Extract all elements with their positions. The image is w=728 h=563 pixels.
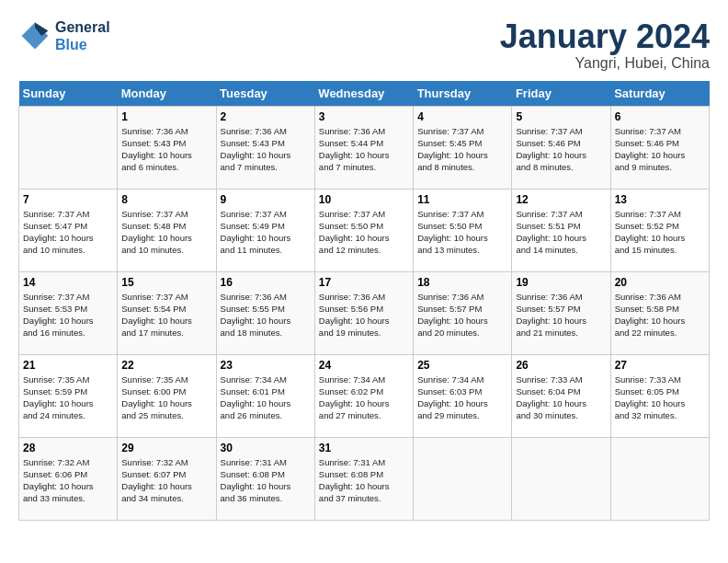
day-number: 31 <box>319 442 409 454</box>
day-number: 2 <box>221 110 311 123</box>
calendar-week-1: 1Sunrise: 7:36 AM Sunset: 5:43 PM Daylig… <box>19 106 710 189</box>
day-number: 30 <box>221 442 311 454</box>
day-info: Sunrise: 7:33 AM Sunset: 6:05 PM Dayligh… <box>615 373 705 422</box>
calendar-cell: 14Sunrise: 7:37 AM Sunset: 5:53 PM Dayli… <box>19 271 118 354</box>
calendar-cell: 9Sunrise: 7:37 AM Sunset: 5:49 PM Daylig… <box>216 189 314 271</box>
day-info: Sunrise: 7:34 AM Sunset: 6:01 PM Dayligh… <box>221 373 311 422</box>
day-info: Sunrise: 7:37 AM Sunset: 5:47 PM Dayligh… <box>23 208 113 257</box>
calendar-cell: 7Sunrise: 7:37 AM Sunset: 5:47 PM Daylig… <box>19 189 118 271</box>
calendar-cell: 16Sunrise: 7:36 AM Sunset: 5:55 PM Dayli… <box>216 271 314 354</box>
weekday-header-monday: Monday <box>118 81 216 107</box>
day-number: 29 <box>121 442 211 454</box>
logo: General Blue <box>18 18 110 53</box>
day-info: Sunrise: 7:36 AM Sunset: 5:55 PM Dayligh… <box>221 291 311 339</box>
calendar-cell: 30Sunrise: 7:31 AM Sunset: 6:08 PM Dayli… <box>216 437 314 520</box>
day-info: Sunrise: 7:34 AM Sunset: 6:03 PM Dayligh… <box>417 373 507 422</box>
calendar-cell: 29Sunrise: 7:32 AM Sunset: 6:07 PM Dayli… <box>118 437 216 520</box>
weekday-header-tuesday: Tuesday <box>216 81 314 107</box>
day-number: 19 <box>516 276 606 289</box>
calendar-table: SundayMondayTuesdayWednesdayThursdayFrid… <box>18 81 710 521</box>
day-info: Sunrise: 7:36 AM Sunset: 5:57 PM Dayligh… <box>516 291 606 339</box>
calendar-cell: 3Sunrise: 7:36 AM Sunset: 5:44 PM Daylig… <box>314 106 413 189</box>
day-info: Sunrise: 7:37 AM Sunset: 5:53 PM Dayligh… <box>23 291 113 339</box>
day-info: Sunrise: 7:37 AM Sunset: 5:46 PM Dayligh… <box>615 125 705 174</box>
day-info: Sunrise: 7:35 AM Sunset: 6:00 PM Dayligh… <box>121 373 211 422</box>
day-number: 21 <box>23 359 113 372</box>
day-info: Sunrise: 7:32 AM Sunset: 6:06 PM Dayligh… <box>23 456 113 505</box>
weekday-header-friday: Friday <box>512 81 610 107</box>
weekday-header-sunday: Sunday <box>19 81 118 107</box>
day-number: 10 <box>319 193 409 206</box>
calendar-cell: 26Sunrise: 7:33 AM Sunset: 6:04 PM Dayli… <box>512 354 610 437</box>
day-info: Sunrise: 7:36 AM Sunset: 5:56 PM Dayligh… <box>319 291 409 339</box>
day-info: Sunrise: 7:31 AM Sunset: 6:08 PM Dayligh… <box>221 456 311 505</box>
calendar-cell: 8Sunrise: 7:37 AM Sunset: 5:48 PM Daylig… <box>118 189 216 271</box>
page-header: General Blue January 2024 Yangri, Hubei,… <box>18 18 710 72</box>
day-info: Sunrise: 7:36 AM Sunset: 5:57 PM Dayligh… <box>417 291 507 339</box>
day-info: Sunrise: 7:31 AM Sunset: 6:08 PM Dayligh… <box>319 456 409 505</box>
day-info: Sunrise: 7:37 AM Sunset: 5:49 PM Dayligh… <box>221 208 311 257</box>
day-info: Sunrise: 7:36 AM Sunset: 5:43 PM Dayligh… <box>221 125 311 174</box>
location-subtitle: Yangri, Hubei, China <box>500 55 710 72</box>
calendar-week-3: 14Sunrise: 7:37 AM Sunset: 5:53 PM Dayli… <box>19 271 710 354</box>
weekday-header-wednesday: Wednesday <box>314 81 413 107</box>
day-info: Sunrise: 7:34 AM Sunset: 6:02 PM Dayligh… <box>319 373 409 422</box>
day-number: 25 <box>417 359 507 372</box>
day-info: Sunrise: 7:37 AM Sunset: 5:50 PM Dayligh… <box>319 208 409 257</box>
day-number: 11 <box>417 193 507 206</box>
day-number: 23 <box>221 359 311 372</box>
day-number: 12 <box>516 193 606 206</box>
day-number: 26 <box>516 359 606 372</box>
calendar-cell: 19Sunrise: 7:36 AM Sunset: 5:57 PM Dayli… <box>512 271 610 354</box>
calendar-cell: 10Sunrise: 7:37 AM Sunset: 5:50 PM Dayli… <box>314 189 413 271</box>
calendar-cell: 1Sunrise: 7:36 AM Sunset: 5:43 PM Daylig… <box>118 106 216 189</box>
calendar-cell: 15Sunrise: 7:37 AM Sunset: 5:54 PM Dayli… <box>118 271 216 354</box>
calendar-cell: 20Sunrise: 7:36 AM Sunset: 5:58 PM Dayli… <box>610 271 709 354</box>
day-info: Sunrise: 7:37 AM Sunset: 5:50 PM Dayligh… <box>417 208 507 257</box>
weekday-header-row: SundayMondayTuesdayWednesdayThursdayFrid… <box>19 81 710 107</box>
day-number: 1 <box>121 110 211 123</box>
logo-icon <box>18 19 51 52</box>
day-number: 27 <box>615 359 705 372</box>
day-info: Sunrise: 7:32 AM Sunset: 6:07 PM Dayligh… <box>121 456 211 505</box>
calendar-cell <box>610 437 709 520</box>
calendar-cell: 28Sunrise: 7:32 AM Sunset: 6:06 PM Dayli… <box>19 437 118 520</box>
day-number: 24 <box>319 359 409 372</box>
weekday-header-thursday: Thursday <box>414 81 512 107</box>
calendar-cell: 25Sunrise: 7:34 AM Sunset: 6:03 PM Dayli… <box>414 354 512 437</box>
title-block: January 2024 Yangri, Hubei, China <box>500 18 710 72</box>
calendar-cell: 24Sunrise: 7:34 AM Sunset: 6:02 PM Dayli… <box>314 354 413 437</box>
day-number: 4 <box>417 110 507 123</box>
calendar-cell: 2Sunrise: 7:36 AM Sunset: 5:43 PM Daylig… <box>216 106 314 189</box>
day-number: 28 <box>23 442 113 454</box>
calendar-cell <box>19 106 118 189</box>
calendar-cell: 23Sunrise: 7:34 AM Sunset: 6:01 PM Dayli… <box>216 354 314 437</box>
logo-text-line2: Blue <box>55 36 110 53</box>
calendar-cell <box>512 437 610 520</box>
day-number: 9 <box>221 193 311 206</box>
day-info: Sunrise: 7:37 AM Sunset: 5:48 PM Dayligh… <box>121 208 211 257</box>
day-info: Sunrise: 7:37 AM Sunset: 5:52 PM Dayligh… <box>615 208 705 257</box>
day-number: 22 <box>121 359 211 372</box>
calendar-cell: 5Sunrise: 7:37 AM Sunset: 5:46 PM Daylig… <box>512 106 610 189</box>
calendar-cell: 11Sunrise: 7:37 AM Sunset: 5:50 PM Dayli… <box>414 189 512 271</box>
day-info: Sunrise: 7:37 AM Sunset: 5:45 PM Dayligh… <box>417 125 507 174</box>
month-title: January 2024 <box>500 18 710 55</box>
day-info: Sunrise: 7:37 AM Sunset: 5:46 PM Dayligh… <box>516 125 606 174</box>
calendar-cell: 17Sunrise: 7:36 AM Sunset: 5:56 PM Dayli… <box>314 271 413 354</box>
day-info: Sunrise: 7:37 AM Sunset: 5:54 PM Dayligh… <box>121 291 211 339</box>
calendar-cell: 31Sunrise: 7:31 AM Sunset: 6:08 PM Dayli… <box>314 437 413 520</box>
day-info: Sunrise: 7:35 AM Sunset: 5:59 PM Dayligh… <box>23 373 113 422</box>
calendar-cell: 22Sunrise: 7:35 AM Sunset: 6:00 PM Dayli… <box>118 354 216 437</box>
calendar-cell <box>414 437 512 520</box>
day-number: 5 <box>516 110 606 123</box>
day-number: 15 <box>121 276 211 289</box>
calendar-week-2: 7Sunrise: 7:37 AM Sunset: 5:47 PM Daylig… <box>19 189 710 271</box>
calendar-cell: 6Sunrise: 7:37 AM Sunset: 5:46 PM Daylig… <box>610 106 709 189</box>
day-number: 7 <box>23 193 113 206</box>
day-number: 14 <box>23 276 113 289</box>
weekday-header-saturday: Saturday <box>610 81 709 107</box>
calendar-cell: 12Sunrise: 7:37 AM Sunset: 5:51 PM Dayli… <box>512 189 610 271</box>
day-info: Sunrise: 7:37 AM Sunset: 5:51 PM Dayligh… <box>516 208 606 257</box>
day-info: Sunrise: 7:36 AM Sunset: 5:43 PM Dayligh… <box>121 125 211 174</box>
